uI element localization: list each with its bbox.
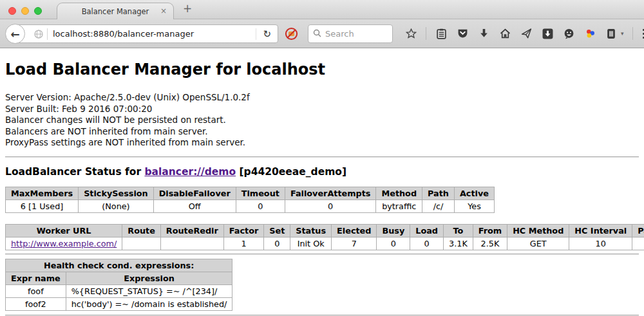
status-prefix: LoadBalancer Status for bbox=[5, 166, 144, 178]
column-header: Method bbox=[376, 187, 422, 200]
download-icon[interactable] bbox=[477, 23, 490, 44]
search-bar[interactable]: Search bbox=[308, 24, 393, 43]
server-info-line: ProxyPass settings are NOT inherited fro… bbox=[5, 137, 639, 149]
health-table-title: Health check cond. expressions: bbox=[6, 259, 232, 272]
balancer-link[interactable]: balancer://demo bbox=[144, 166, 236, 178]
video-download-icon[interactable] bbox=[541, 23, 554, 44]
bookmark-star-icon[interactable] bbox=[404, 23, 417, 44]
chevron-down-icon[interactable]: ▾ bbox=[621, 30, 624, 37]
column-header: Timeout bbox=[236, 187, 285, 200]
table-row: http://www.example.com/10Init Ok7003.1K2… bbox=[6, 237, 644, 250]
cell: 6 [1 Used] bbox=[6, 200, 79, 212]
server-info-line: Balancer changes will NOT be persisted o… bbox=[5, 115, 639, 126]
cell: 0 bbox=[410, 237, 444, 250]
table-row: 6 [1 Used](None)Off00bytraffic/c/Yes bbox=[6, 200, 495, 212]
plugin-blocked-icon[interactable] bbox=[285, 27, 298, 41]
column-header: DisableFailover bbox=[153, 187, 236, 200]
back-button[interactable]: ← bbox=[5, 24, 25, 44]
divider bbox=[5, 254, 639, 255]
cell: 0 bbox=[236, 200, 285, 212]
column-header: FailoverAttempts bbox=[285, 187, 376, 200]
worker-status-table: Worker URLRouteRouteRedirFactorSetStatus… bbox=[5, 224, 644, 250]
column-header: Status bbox=[290, 224, 332, 237]
server-info-line: Server Version: Apache/2.5.0-dev (Unix) … bbox=[5, 92, 639, 104]
page-title: Load Balancer Manager for localhost bbox=[5, 48, 639, 79]
server-info-line: Server Built: Feb 9 2016 07:00:20 bbox=[5, 104, 639, 115]
new-tab-button[interactable]: + bbox=[183, 2, 192, 15]
cell: Init Ok bbox=[290, 237, 332, 250]
table-row: foof2hc('body') =~ /domain is establishe… bbox=[6, 297, 232, 310]
column-header: MaxMembers bbox=[6, 187, 79, 200]
cell: 2.5K bbox=[473, 237, 507, 250]
cell: foof bbox=[6, 284, 66, 297]
tab-close-icon[interactable]: × bbox=[160, 6, 167, 15]
multi-color-dots-icon[interactable] bbox=[583, 23, 596, 44]
home-icon[interactable] bbox=[498, 23, 511, 44]
worker-url-link[interactable]: http://www.example.com/ bbox=[11, 239, 117, 248]
menu-icon[interactable] bbox=[641, 23, 644, 44]
cell: 1 bbox=[223, 237, 263, 250]
cell: (None) bbox=[79, 200, 154, 212]
window-controls bbox=[8, 7, 42, 15]
server-info-line: Balancers are NOT inherited from main se… bbox=[5, 126, 639, 138]
column-header: To bbox=[444, 224, 473, 237]
cell: bytraffic bbox=[376, 200, 422, 212]
column-header: RouteRedir bbox=[160, 224, 223, 237]
pocket-icon[interactable] bbox=[456, 23, 469, 44]
cell: 1 (0) bbox=[632, 237, 644, 250]
navigation-toolbar: ← localhost:8880/balancer-manager ↻ Sear… bbox=[0, 19, 644, 48]
column-header: Busy bbox=[377, 224, 410, 237]
toolbar-separator bbox=[426, 27, 426, 40]
urlbar-separator bbox=[47, 28, 48, 40]
cell: 3.1K bbox=[444, 237, 473, 250]
table-row: foof%{REQUEST_STATUS} =~ /^[234]/ bbox=[6, 284, 232, 297]
search-icon bbox=[313, 28, 321, 40]
column-header: From bbox=[473, 224, 507, 237]
cell: Yes bbox=[454, 200, 494, 212]
cell: 0 bbox=[264, 237, 290, 250]
container-icon[interactable] bbox=[605, 23, 618, 44]
cell: foof2 bbox=[6, 297, 66, 310]
url-bar[interactable]: localhost:8880/balancer-manager ↻ bbox=[15, 24, 278, 43]
column-header: Expression bbox=[66, 272, 232, 284]
window-minimize-button[interactable] bbox=[21, 7, 29, 15]
window-close-button[interactable] bbox=[8, 7, 16, 15]
chat-smiley-icon[interactable] bbox=[562, 23, 575, 44]
balancer-status-heading: LoadBalancer Status for balancer://demo … bbox=[5, 166, 639, 178]
column-header: Worker URL bbox=[6, 224, 122, 237]
cell: %{REQUEST_STATUS} =~ /^[234]/ bbox=[66, 284, 232, 297]
server-info: Server Version: Apache/2.5.0-dev (Unix) … bbox=[5, 92, 639, 149]
cell: 0 bbox=[377, 237, 410, 250]
toolbar-separator bbox=[632, 27, 633, 40]
column-header: StickySession bbox=[79, 187, 154, 200]
column-header: Expr name bbox=[6, 272, 66, 284]
cell: 7 bbox=[332, 237, 377, 250]
cell: 10 bbox=[569, 237, 632, 250]
column-header: HC Interval bbox=[569, 224, 632, 237]
cell: GET bbox=[507, 237, 569, 250]
window-zoom-button[interactable] bbox=[34, 7, 42, 15]
status-suffix: [p4420eeae_demo] bbox=[236, 166, 346, 178]
reading-list-icon[interactable] bbox=[435, 23, 448, 44]
reload-icon[interactable]: ↻ bbox=[256, 28, 278, 40]
window-titlebar: Balancer Manager × + bbox=[0, 0, 644, 19]
send-icon[interactable] bbox=[520, 23, 533, 44]
column-header: HC Method bbox=[507, 224, 569, 237]
cell: hc('body') =~ /domain is established/ bbox=[66, 297, 232, 310]
column-header: Factor bbox=[223, 224, 263, 237]
column-header: Passes bbox=[632, 224, 644, 237]
health-check-table: Health check cond. expressions:Expr name… bbox=[5, 259, 232, 311]
balancer-settings-table: MaxMembersStickySessionDisableFailoverTi… bbox=[5, 187, 495, 213]
cell: /c/ bbox=[422, 200, 455, 212]
browser-tab[interactable]: Balancer Manager × bbox=[57, 3, 174, 19]
column-header: Set bbox=[264, 224, 290, 237]
cell bbox=[122, 237, 161, 250]
cell: 0 bbox=[285, 200, 376, 212]
column-header: Elected bbox=[332, 224, 377, 237]
cell bbox=[160, 237, 223, 250]
divider bbox=[5, 156, 639, 158]
search-placeholder: Search bbox=[325, 29, 354, 39]
cell: Off bbox=[153, 200, 236, 212]
column-header: Path bbox=[422, 187, 455, 200]
url-text[interactable]: localhost:8880/balancer-manager bbox=[53, 29, 256, 39]
